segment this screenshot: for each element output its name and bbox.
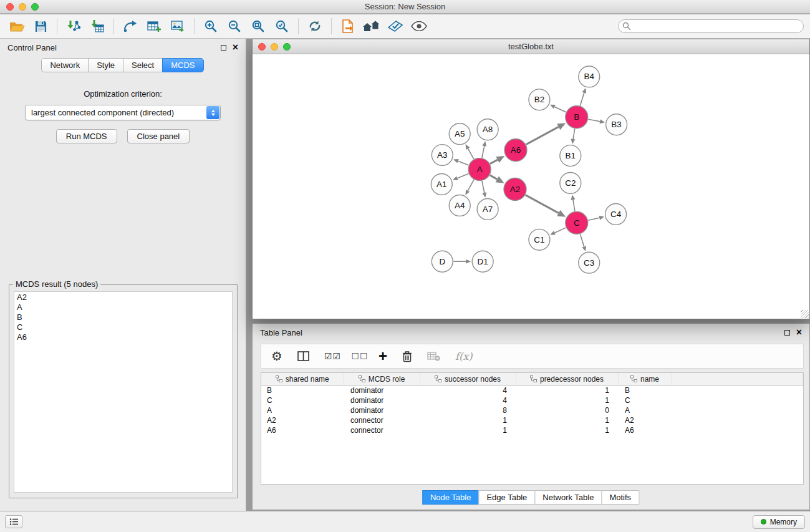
graph-edge-A-A5[interactable] [468,148,473,159]
graph-node-A2[interactable]: A2 [504,178,526,201]
mcds-result-item[interactable]: A [17,302,229,312]
graph-node-B3[interactable]: B3 [606,114,627,135]
graph-node-A8[interactable]: A8 [477,119,498,140]
column-header-predecessor-nodes[interactable]: predecessor nodes [516,373,618,385]
graph-node-B[interactable]: B [566,106,588,128]
show-columns-icon[interactable] [297,351,309,361]
column-header-MCDS-role[interactable]: MCDS role [344,373,420,385]
graph-node-A5[interactable]: A5 [449,123,470,145]
add-column-icon[interactable]: + [378,349,387,364]
zoom-fit-button[interactable] [246,16,270,36]
graph-node-D1[interactable]: D1 [472,251,493,272]
graph-node-A3[interactable]: A3 [432,145,453,166]
graph-edge-A-A6[interactable] [490,160,498,163]
column-header-name[interactable]: name [618,373,672,385]
close-panel-button[interactable]: Close panel [127,129,190,143]
graph-node-A4[interactable]: A4 [449,195,470,216]
new-table-button[interactable] [142,16,166,36]
table-row[interactable]: Bdominator41B [261,385,803,395]
save-session-button[interactable] [29,16,52,36]
mcds-result-item[interactable]: C [17,322,229,332]
graph-edge-B-B1[interactable] [573,128,575,139]
column-header-shared-name[interactable]: shared name [261,373,344,385]
graph-edge-A-A1[interactable] [457,174,468,178]
float-panel-icon[interactable] [221,45,226,51]
graph-edge-A6-B[interactable] [526,127,559,144]
table-row[interactable]: A2connector11A2 [261,415,803,425]
graph-node-B1[interactable]: B1 [560,145,581,167]
select-all-columns-icon[interactable]: ☑☑ [324,351,341,361]
import-table-button[interactable] [85,16,109,36]
export-document-button[interactable] [336,16,360,36]
graph-edge-C-C3[interactable] [580,234,584,246]
graph-node-B4[interactable]: B4 [579,66,600,87]
graph-node-A7[interactable]: A7 [477,198,498,220]
graph-node-A6[interactable]: A6 [504,139,527,162]
minimize-window-button[interactable] [271,43,278,51]
tab-network-table[interactable]: Network Table [534,490,602,505]
close-panel-icon[interactable]: × [233,42,238,52]
tab-edge-table[interactable]: Edge Table [478,490,535,505]
zoom-out-button[interactable] [223,16,246,36]
column-header-successor-nodes[interactable]: successor nodes [420,373,516,385]
graph-edge-B-B4[interactable] [580,93,584,106]
graph-node-D[interactable]: D [432,251,453,272]
zoom-selected-button[interactable] [270,16,294,36]
mcds-result-item[interactable]: A2 [17,293,229,302]
table-row[interactable]: Cdominator41C [261,395,803,405]
float-panel-icon[interactable] [784,330,790,336]
graph-edge-C-C2[interactable] [573,200,575,211]
graph-edge-B-B3[interactable] [588,119,600,122]
tab-network[interactable]: Network [41,58,89,72]
unselect-all-columns-icon[interactable]: ☐☐ [356,352,364,360]
table-row[interactable]: A6connector11A6 [261,425,803,435]
resize-grip[interactable] [801,310,809,318]
tab-motifs[interactable]: Motifs [601,490,639,505]
delete-column-trash-icon[interactable] [402,351,412,362]
refresh-view-button[interactable] [303,16,327,36]
close-panel-icon[interactable]: × [796,327,802,337]
table-row[interactable]: Adominator80A [261,405,803,415]
graph-edge-A-A8[interactable] [482,146,485,158]
node-table[interactable]: shared nameMCDS rolesuccessor nodesprede… [261,372,804,485]
zoom-window-button[interactable] [283,43,291,51]
tab-node-table[interactable]: Node Table [422,490,480,505]
toggle-visibility-button[interactable] [407,16,431,36]
tab-select[interactable]: Select [123,58,163,72]
mcds-result-item[interactable]: B [17,312,229,322]
network-graph[interactable]: B4B2BB3A5A8A6A3B1AC2A1A2A4A7C4CC1DD1C3 [253,55,809,319]
graph-node-A1[interactable]: A1 [431,174,452,195]
graph-node-C2[interactable]: C2 [560,173,581,194]
mcds-result-item[interactable]: A6 [17,332,229,342]
minimize-window-button[interactable] [19,3,26,11]
zoom-window-button[interactable] [31,3,39,11]
memory-button[interactable]: Memory [753,515,805,529]
graph-edge-A-A7[interactable] [482,181,485,193]
search-input[interactable] [618,19,804,33]
graph-node-C4[interactable]: C4 [605,203,627,225]
import-network-button[interactable] [62,16,85,36]
table-settings-gear-icon[interactable]: ⚙ [271,349,282,364]
graph-edge-A2-C[interactable] [526,195,559,213]
mcds-result-list[interactable]: A2ABCA6 [14,291,233,493]
zoom-in-button[interactable] [199,16,223,36]
task-history-button[interactable] [5,515,22,528]
open-session-button[interactable] [5,16,29,36]
tab-style[interactable]: Style [88,58,123,72]
tab-mcds[interactable]: MCDS [162,58,203,72]
apply-style-button[interactable] [383,16,407,36]
graph-edge-C-C4[interactable] [588,218,599,220]
graph-node-C[interactable]: C [566,211,588,234]
clone-network-button[interactable] [118,16,142,36]
graph-edge-A-A4[interactable] [468,180,474,191]
run-mcds-button[interactable]: Run MCDS [56,129,117,143]
network-window-titlebar[interactable]: testGlobe.txt [253,39,809,54]
graph-edge-A-A2[interactable] [490,175,498,180]
optimization-select[interactable]: largest connected component (directed) [25,105,221,120]
graph-edge-A-A3[interactable] [458,161,468,165]
export-image-button[interactable] [166,16,190,36]
close-window-button[interactable] [6,3,14,11]
network-overview-button[interactable] [360,16,383,36]
graph-node-B2[interactable]: B2 [529,89,550,110]
graph-node-A[interactable]: A [468,158,491,181]
